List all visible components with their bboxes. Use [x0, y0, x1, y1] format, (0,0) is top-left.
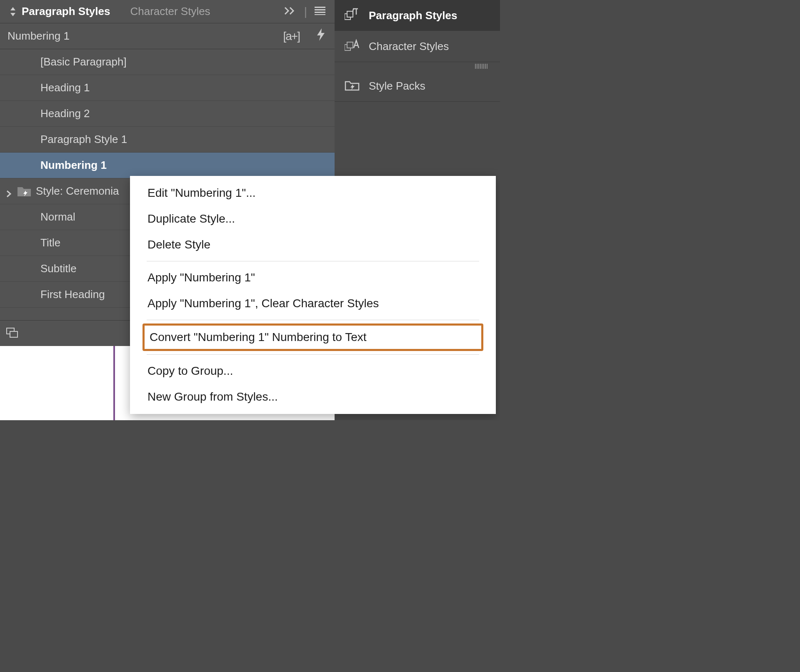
tab-character-styles[interactable]: Character Styles — [120, 0, 220, 23]
panel-header: Numbering 1 [a+] — [0, 23, 335, 49]
svg-rect-9 — [347, 42, 353, 48]
divider-icon: | — [304, 5, 307, 18]
style-packs-icon — [345, 78, 360, 94]
tab-label: Character Styles — [130, 5, 210, 18]
menu-label: Convert "Numbering 1" Numbering to Text — [150, 331, 367, 344]
menu-label: Edit "Numbering 1"... — [148, 186, 256, 199]
quick-apply-icon[interactable] — [316, 28, 325, 44]
style-label: Style: Ceremonia — [36, 185, 119, 198]
style-label: Normal — [40, 211, 75, 223]
chevron-right-icon — [5, 188, 12, 195]
style-item-heading-2[interactable]: Heading 2 — [0, 101, 335, 127]
menu-duplicate-style[interactable]: Duplicate Style... — [130, 206, 496, 232]
menu-divider — [147, 354, 479, 355]
paragraph-styles-icon — [345, 8, 360, 23]
svg-rect-1 — [315, 9, 325, 10]
menu-label: Delete Style — [148, 238, 210, 251]
side-panel: Paragraph Styles Character Styles Style … — [335, 0, 500, 102]
svg-rect-7 — [347, 11, 353, 17]
menu-apply-style[interactable]: Apply "Numbering 1" — [130, 265, 496, 291]
side-item-style-packs[interactable]: Style Packs — [335, 70, 500, 101]
style-item-heading-1[interactable]: Heading 1 — [0, 75, 335, 101]
style-context-menu: Edit "Numbering 1"... Duplicate Style...… — [130, 176, 496, 414]
highlighted-menu-item: Convert "Numbering 1" Numbering to Text — [142, 323, 483, 351]
menu-label: Apply "Numbering 1" — [148, 271, 255, 284]
panel-grip[interactable] — [335, 62, 500, 70]
style-label: Numbering 1 — [40, 159, 107, 172]
side-label: Style Packs — [369, 80, 425, 93]
new-style-override-icon[interactable]: [a+] — [283, 30, 300, 43]
style-item-paragraph-style-1[interactable]: Paragraph Style 1 — [0, 127, 335, 153]
style-label: Subtitle — [40, 262, 77, 275]
page-edge — [113, 346, 115, 420]
side-label: Paragraph Styles — [369, 9, 457, 22]
menu-convert-numbering[interactable]: Convert "Numbering 1" Numbering to Text — [145, 326, 481, 349]
tab-paragraph-styles[interactable]: Paragraph Styles — [0, 0, 120, 23]
style-label: Paragraph Style 1 — [40, 133, 127, 146]
menu-delete-style[interactable]: Delete Style — [130, 232, 496, 258]
panel-tabs: Paragraph Styles Character Styles | — [0, 0, 335, 23]
menu-copy-to-group[interactable]: Copy to Group... — [130, 358, 496, 384]
menu-label: Duplicate Style... — [148, 212, 235, 225]
menu-label: New Group from Styles... — [148, 390, 278, 403]
menu-divider — [147, 261, 479, 261]
svg-rect-0 — [315, 7, 325, 8]
character-styles-icon — [345, 39, 360, 54]
svg-rect-5 — [10, 331, 18, 337]
svg-rect-2 — [315, 12, 325, 13]
panel-menu-icon[interactable] — [315, 7, 325, 17]
style-label: [Basic Paragraph] — [40, 55, 127, 68]
menu-new-group[interactable]: New Group from Styles... — [130, 384, 496, 410]
side-label: Character Styles — [369, 40, 449, 53]
menu-apply-clear[interactable]: Apply "Numbering 1", Clear Character Sty… — [130, 291, 496, 316]
menu-label: Copy to Group... — [148, 364, 233, 377]
tab-label: Paragraph Styles — [22, 5, 110, 18]
style-label: First Heading — [40, 288, 105, 301]
style-label: Heading 2 — [40, 107, 90, 120]
menu-divider — [147, 320, 479, 320]
current-style-name: Numbering 1 — [8, 30, 70, 43]
clear-overrides-icon[interactable] — [6, 327, 18, 340]
menu-edit-style[interactable]: Edit "Numbering 1"... — [130, 180, 496, 206]
style-item-numbering-1[interactable]: Numbering 1 — [0, 153, 335, 178]
style-label: Heading 1 — [40, 81, 90, 94]
panel-tab-controls: | — [284, 5, 335, 18]
side-item-paragraph-styles[interactable]: Paragraph Styles — [335, 0, 500, 31]
folder-icon — [17, 186, 32, 197]
style-label: Title — [40, 236, 60, 249]
sort-icon — [10, 7, 16, 16]
menu-label: Apply "Numbering 1", Clear Character Sty… — [148, 297, 379, 310]
side-item-character-styles[interactable]: Character Styles — [335, 31, 500, 62]
style-item-basic-paragraph[interactable]: [Basic Paragraph] — [0, 49, 335, 75]
svg-rect-3 — [315, 14, 325, 15]
collapse-icon[interactable] — [284, 7, 297, 17]
